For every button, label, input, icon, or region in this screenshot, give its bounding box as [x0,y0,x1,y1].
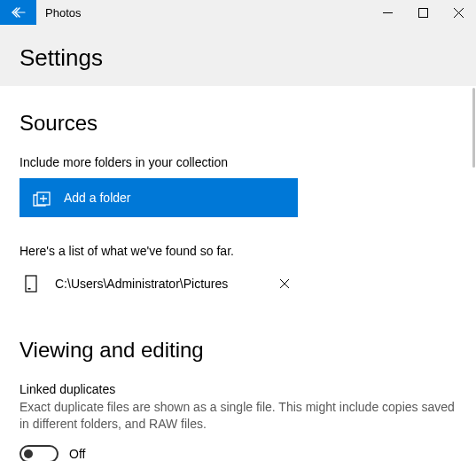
page-header: Settings [0,25,476,86]
sources-include-text: Include more folders in your collection [20,155,456,169]
close-icon [454,8,464,18]
content-area: Sources Include more folders in your col… [0,86,476,461]
window-controls [370,0,476,25]
folder-path: C:\Users\Administrator\Pictures [43,277,271,291]
sources-found-text: Here's a list of what we've found so far… [20,244,456,258]
minimize-button[interactable] [370,0,405,25]
remove-folder-button[interactable] [271,270,298,297]
add-folder-label: Add a folder [53,191,131,205]
linked-duplicates-toggle-state: Off [69,447,85,461]
close-button[interactable] [441,0,476,25]
add-folder-icon [30,188,53,207]
back-arrow-icon [11,6,27,19]
folder-row: C:\Users\Administrator\Pictures [20,267,298,301]
scrollbar-thumb[interactable] [472,88,475,168]
linked-duplicates-toggle-row: Off [20,445,456,461]
viewing-heading: Viewing and editing [20,338,456,363]
maximize-button[interactable] [405,0,441,25]
titlebar: Photos [0,0,476,25]
toggle-knob [24,449,33,458]
linked-duplicates-description: Exact duplicate files are shown as a sin… [20,399,456,433]
maximize-icon [418,8,428,18]
sources-heading: Sources [20,111,456,136]
app-title: Photos [36,6,81,20]
page-title: Settings [20,44,456,72]
svg-rect-2 [26,276,36,292]
minimize-icon [383,8,393,18]
linked-duplicates-label: Linked duplicates [20,382,456,396]
svg-rect-3 [28,288,31,290]
back-button[interactable] [0,0,36,25]
add-folder-button[interactable]: Add a folder [20,178,298,217]
linked-duplicates-toggle[interactable] [20,445,59,461]
folder-icon [20,274,43,293]
svg-rect-0 [418,8,427,17]
remove-icon [280,279,289,288]
scrollbar[interactable] [471,86,475,461]
